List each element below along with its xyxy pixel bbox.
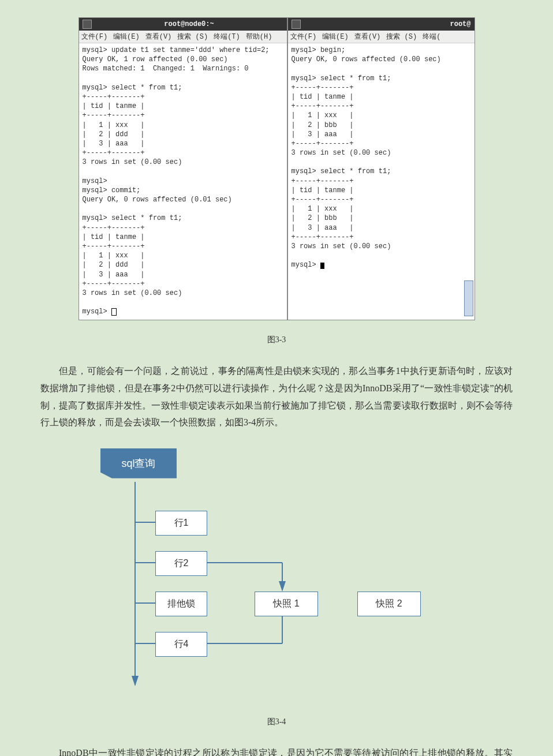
titlebar-left: root@node0:~ <box>79 18 287 31</box>
paragraph-1: 但是，可能会有一个问题，之前说过，事务的隔离性是由锁来实现的，那么当事务1中执行… <box>40 362 513 431</box>
row2-box: 行2 <box>155 551 207 576</box>
menu-search[interactable]: 搜索 (S) <box>386 32 417 42</box>
menu-edit[interactable]: 编辑(E) <box>113 32 140 42</box>
title-text-left: root@node0:~ <box>95 20 283 28</box>
lock-box: 排他锁 <box>155 592 207 616</box>
title-text-right: root@ <box>304 20 471 28</box>
menubar-left: 文件(F) 编辑(E) 查看(V) 搜索 (S) 终端(T) 帮助(H) <box>79 31 287 43</box>
terminal-window-left: root@node0:~ 文件(F) 编辑(E) 查看(V) 搜索 (S) 终端… <box>79 17 287 320</box>
menu-help[interactable]: 帮助(H) <box>246 32 272 42</box>
terminal-body-left[interactable]: mysql> update t1 set tanme='ddd' where t… <box>79 43 287 320</box>
terminal-icon <box>292 20 301 29</box>
sql-query-box: sql查询 <box>100 448 177 478</box>
paragraph-2: InnoDB中一致性非锁定读的过程之所以称为非锁定读，是因为它不需要等待被访问的… <box>40 744 513 756</box>
diagram-wrap: sql查询 行1 行2 排他锁 行4 快照 1 快照 2 <box>40 448 513 702</box>
titlebar-right: root@ <box>288 18 474 31</box>
row4-box: 行4 <box>155 632 207 657</box>
page: root@node0:~ 文件(F) 编辑(E) 查看(V) 搜索 (S) 终端… <box>0 0 553 756</box>
scrollbar[interactable] <box>464 280 473 316</box>
row1-box: 行1 <box>155 511 207 536</box>
menu-file[interactable]: 文件(F) <box>290 32 317 42</box>
menu-search[interactable]: 搜索 (S) <box>177 32 208 42</box>
diagram-lines <box>92 448 461 702</box>
menubar-right: 文件(F) 编辑(E) 查看(V) 搜索 (S) 终端( <box>288 31 474 43</box>
menu-edit[interactable]: 编辑(E) <box>322 32 349 42</box>
menu-terminal[interactable]: 终端( <box>423 32 440 42</box>
snapshot2-box: 快照 2 <box>357 592 421 616</box>
terminal-window-right: root@ 文件(F) 编辑(E) 查看(V) 搜索 (S) 终端( mysql… <box>287 17 475 320</box>
menu-file[interactable]: 文件(F) <box>81 32 108 42</box>
menu-terminal[interactable]: 终端(T) <box>214 32 240 42</box>
snapshot1-box: 快照 1 <box>255 592 318 616</box>
figure-caption-3-3: 图3-3 <box>40 335 513 345</box>
menu-view[interactable]: 查看(V) <box>145 32 172 42</box>
terminal-row: root@node0:~ 文件(F) 编辑(E) 查看(V) 搜索 (S) 终端… <box>40 17 513 320</box>
figure-caption-3-4: 图3-4 <box>40 717 513 727</box>
terminal-body-right[interactable]: mysql> begin; Query OK, 0 rows affected … <box>288 43 474 320</box>
cursor-icon <box>320 263 324 269</box>
diagram-3-4: sql查询 行1 行2 排他锁 行4 快照 1 快照 2 <box>92 448 461 702</box>
terminal-icon <box>83 20 92 29</box>
cursor-icon <box>111 308 117 316</box>
menu-view[interactable]: 查看(V) <box>354 32 381 42</box>
